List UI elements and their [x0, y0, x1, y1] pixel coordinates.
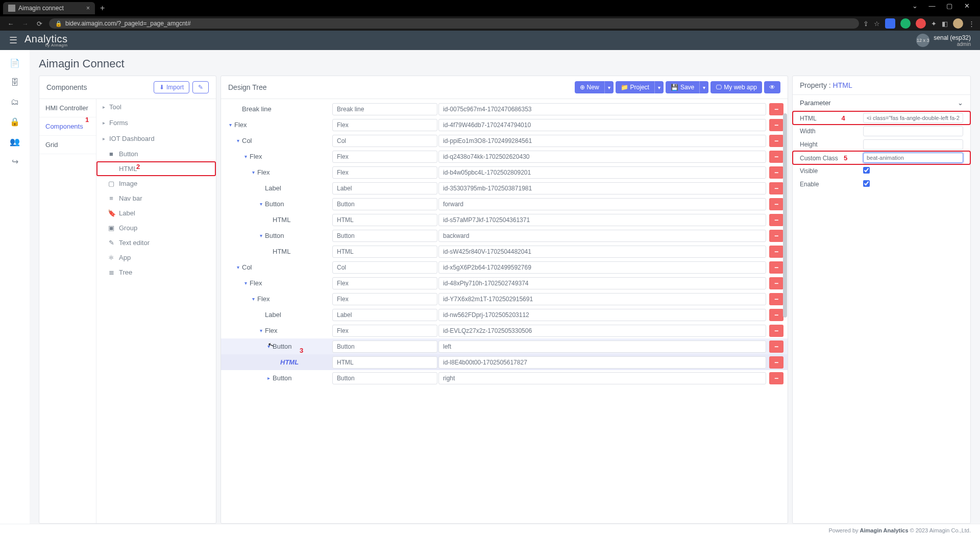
window-close-icon[interactable]: ✕ — [960, 2, 974, 10]
tree-id-input[interactable] — [438, 246, 766, 258]
tree-type-input[interactable] — [332, 340, 437, 353]
component-item[interactable]: ▣Group — [96, 221, 216, 235]
tree-row[interactable]: ▾Button− — [221, 196, 788, 212]
tree-row[interactable]: ▾Flex− — [221, 149, 788, 164]
reload-icon[interactable]: ⟳ — [34, 20, 45, 28]
tree-id-input[interactable] — [438, 340, 766, 353]
side-panel-icon[interactable]: ◧ — [942, 20, 948, 28]
component-item[interactable]: HTML — [96, 161, 216, 176]
extensions-icon[interactable]: ✦ — [931, 20, 937, 28]
tree-id-input[interactable] — [438, 325, 766, 337]
rail-logout-icon[interactable]: ↪ — [12, 157, 18, 166]
component-item[interactable]: ≣Tree — [96, 265, 216, 280]
tree-row[interactable]: ▾Col− — [221, 259, 788, 275]
browser-tab[interactable]: Aimagin connect × — [3, 2, 95, 14]
delete-row-button[interactable]: − — [769, 103, 783, 115]
menu-icon[interactable]: ⋮ — [968, 20, 975, 28]
tree-row[interactable]: ▾Flex− — [221, 164, 788, 180]
tree-type-input[interactable] — [332, 293, 437, 305]
parameter-section[interactable]: Parameter ⌄ — [793, 94, 970, 111]
delete-row-button[interactable]: − — [769, 198, 783, 210]
component-item[interactable]: ✎Text editor — [96, 235, 216, 250]
webapp-button[interactable]: 🖵 My web app — [710, 81, 762, 93]
tree-row[interactable]: ▸Button− — [221, 370, 788, 386]
tree-id-input[interactable] — [438, 119, 766, 131]
component-item[interactable]: ≡Nav bar — [96, 191, 216, 206]
forward-icon[interactable]: → — [19, 20, 31, 28]
tree-type-input[interactable] — [332, 230, 437, 242]
visible-checkbox[interactable] — [863, 167, 870, 174]
tree-id-input[interactable] — [438, 166, 766, 179]
delete-row-button[interactable]: − — [769, 372, 783, 384]
tree-row[interactable]: Label− — [221, 180, 788, 196]
project-button[interactable]: 📁 Project — [616, 81, 654, 93]
component-item[interactable]: ⚛App — [96, 250, 216, 265]
chevron-down-icon[interactable]: ⌄ — [908, 2, 922, 10]
window-minimize-icon[interactable]: — — [925, 2, 939, 10]
rail-users-icon[interactable]: 👥 — [10, 137, 20, 147]
component-category[interactable]: ▸IOT Dashboard — [96, 131, 216, 147]
tree-id-input[interactable] — [438, 135, 766, 147]
hamburger-icon[interactable]: ☰ — [9, 35, 17, 46]
tree-row[interactable]: HTML− — [221, 243, 788, 259]
components-nav-item[interactable]: Components — [39, 117, 96, 136]
component-category[interactable]: ▸Forms — [96, 115, 216, 131]
tree-row[interactable]: ▾Button− — [221, 228, 788, 243]
tree-type-input[interactable] — [332, 277, 437, 289]
tab-close-icon[interactable]: × — [86, 5, 90, 12]
tree-id-input[interactable] — [438, 372, 766, 384]
component-category[interactable]: ▸Tool — [96, 99, 216, 115]
tree-id-input[interactable] — [438, 356, 766, 369]
tree-type-input[interactable] — [332, 309, 437, 321]
tree-row[interactable]: ▾Flex− — [221, 291, 788, 307]
bookmark-icon[interactable]: ☆ — [874, 20, 880, 28]
back-icon[interactable]: ← — [5, 20, 16, 28]
tree-id-input[interactable] — [438, 198, 766, 210]
tree-type-input[interactable] — [332, 372, 437, 384]
tree-id-input[interactable] — [438, 309, 766, 321]
tree-type-input[interactable] — [332, 151, 437, 163]
component-item[interactable]: ▢Image — [96, 176, 216, 191]
delete-row-button[interactable]: − — [769, 230, 783, 242]
delete-row-button[interactable]: − — [769, 356, 783, 369]
new-split[interactable]: ▾ — [604, 81, 614, 93]
rail-server-icon[interactable]: 🗂 — [11, 98, 19, 107]
tree-id-input[interactable] — [438, 151, 766, 163]
tree-id-input[interactable] — [438, 182, 766, 194]
save-split[interactable]: ▾ — [699, 81, 708, 93]
tree-scrollbar[interactable] — [782, 99, 788, 523]
tree-type-input[interactable] — [332, 261, 437, 274]
delete-row-button[interactable]: − — [769, 166, 783, 179]
components-nav-item[interactable]: HMI Controller — [39, 99, 96, 117]
tree-id-input[interactable] — [438, 261, 766, 274]
delete-row-button[interactable]: − — [769, 151, 783, 163]
tree-row[interactable]: ▾Flex− — [221, 275, 788, 291]
delete-row-button[interactable]: − — [769, 277, 783, 289]
tree-type-input[interactable] — [332, 325, 437, 337]
delete-row-button[interactable]: − — [769, 119, 783, 131]
delete-row-button[interactable]: − — [769, 293, 783, 305]
component-item[interactable]: 🔖Label — [96, 206, 216, 221]
tree-type-input[interactable] — [332, 182, 437, 194]
preview-button[interactable]: 👁 — [764, 81, 780, 93]
height-input[interactable] — [863, 139, 963, 150]
user-avatar[interactable]: 12 x 3 — [916, 34, 929, 47]
rail-lock-icon[interactable]: 🔒 — [10, 117, 20, 127]
rail-page-icon[interactable]: 📄 — [10, 58, 20, 68]
tree-row[interactable]: ▾Col− — [221, 133, 788, 149]
delete-row-button[interactable]: − — [769, 246, 783, 258]
delete-row-button[interactable]: − — [769, 309, 783, 321]
html-input[interactable] — [863, 113, 963, 123]
delete-row-button[interactable]: − — [769, 135, 783, 147]
components-nav-item[interactable]: Grid — [39, 136, 96, 154]
save-button[interactable]: 💾 Save — [666, 81, 699, 93]
profile-avatar[interactable] — [953, 18, 963, 29]
project-split[interactable]: ▾ — [654, 81, 664, 93]
delete-row-button[interactable]: − — [769, 261, 783, 274]
tree-type-input[interactable] — [332, 246, 437, 258]
custom-class-input[interactable] — [863, 153, 963, 163]
component-item[interactable]: ■Button — [96, 147, 216, 161]
delete-row-button[interactable]: − — [769, 340, 783, 353]
delete-row-button[interactable]: − — [769, 214, 783, 226]
tree-type-input[interactable] — [332, 135, 437, 147]
